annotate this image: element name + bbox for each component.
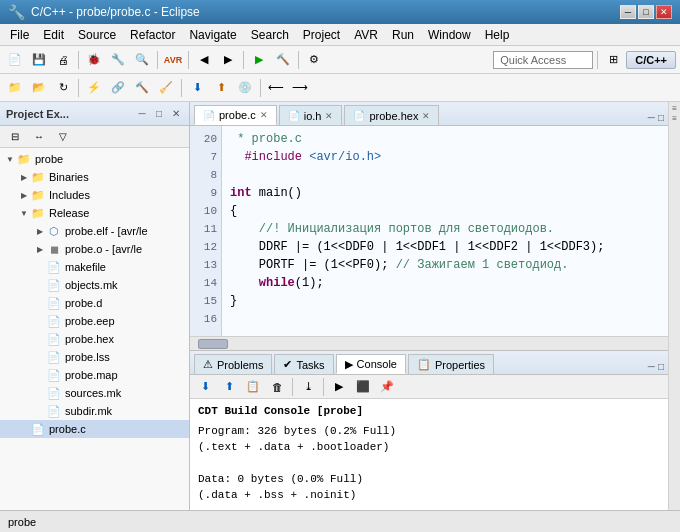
- tab-ioh-close[interactable]: ✕: [325, 111, 333, 121]
- menu-source[interactable]: Source: [72, 26, 122, 44]
- title-bar: 🔧 C/C++ - probe/probe.c - Eclipse ─ □ ✕: [0, 0, 680, 24]
- run-button[interactable]: ▶: [248, 49, 270, 71]
- tree-item-probe-o[interactable]: ▶ ◼ probe.o - [avr/le: [0, 240, 189, 258]
- open-button[interactable]: 📂: [28, 77, 50, 99]
- close-button[interactable]: ✕: [656, 5, 672, 19]
- editor-hscroll[interactable]: [190, 336, 668, 350]
- tab-probec-close[interactable]: ✕: [260, 110, 268, 120]
- tools-button[interactable]: 🔧: [107, 49, 129, 71]
- probeeep-label: probe.eep: [65, 315, 115, 327]
- tree-item-probemap[interactable]: ▶ 📄 probe.map: [0, 366, 189, 384]
- forward-button[interactable]: ▶: [217, 49, 239, 71]
- console-up-btn[interactable]: ⬆: [218, 376, 240, 398]
- minimize-button[interactable]: ─: [620, 5, 636, 19]
- menu-search[interactable]: Search: [245, 26, 295, 44]
- editor-maximize-icon[interactable]: □: [658, 112, 664, 123]
- console-clear-btn[interactable]: 🗑: [266, 376, 288, 398]
- tree-item-subdirmk[interactable]: ▶ 📄 subdir.mk: [0, 402, 189, 420]
- bottom-maximize-icon[interactable]: □: [658, 361, 664, 372]
- tree-item-binaries[interactable]: ▶ 📁 Binaries: [0, 168, 189, 186]
- tab-console[interactable]: ▶ Console: [336, 354, 406, 374]
- link-editor-button[interactable]: ↔: [28, 126, 50, 148]
- tab-problems[interactable]: ⚠ Problems: [194, 354, 272, 374]
- tree-item-probe[interactable]: ▼ 📁 probe: [0, 150, 189, 168]
- menu-edit[interactable]: Edit: [37, 26, 70, 44]
- compile-button[interactable]: ⚡: [83, 77, 105, 99]
- tree-item-probehex[interactable]: ▶ 📄 probe.hex: [0, 330, 189, 348]
- tab-properties[interactable]: 📋 Properties: [408, 354, 494, 374]
- tree-item-probelss[interactable]: ▶ 📄 probe.lss: [0, 348, 189, 366]
- tree-item-probe-elf[interactable]: ▶ ⬡ probe.elf - [avr/le: [0, 222, 189, 240]
- line-numbers: 20 7 8 9 10 11 12 13 14 15 16: [190, 126, 222, 336]
- perspective-button[interactable]: ⊞: [602, 49, 624, 71]
- menu-window[interactable]: Window: [422, 26, 477, 44]
- menu-run[interactable]: Run: [386, 26, 420, 44]
- console-copy-btn[interactable]: 📋: [242, 376, 264, 398]
- editor-tabs: 📄 probe.c ✕ 📄 io.h ✕ 📄 probe.hex ✕ ─ □: [190, 102, 668, 126]
- chip-button[interactable]: 💿: [234, 77, 256, 99]
- build-button[interactable]: 🔨: [272, 49, 294, 71]
- menu-project[interactable]: Project: [297, 26, 346, 44]
- hscroll-thumb[interactable]: [198, 339, 228, 349]
- tab-probehex-label: probe.hex: [369, 110, 418, 122]
- tree-item-objectsmk[interactable]: ▶ 📄 objects.mk: [0, 276, 189, 294]
- console-launch-btn[interactable]: ▶: [328, 376, 350, 398]
- search-toolbar-button[interactable]: 🔍: [131, 49, 153, 71]
- refresh-button[interactable]: ↻: [52, 77, 74, 99]
- tree-item-probeeep[interactable]: ▶ 📄 probe.eep: [0, 312, 189, 330]
- save-button[interactable]: 💾: [28, 49, 50, 71]
- probemap-label: probe.map: [65, 369, 118, 381]
- bottom-minimize-icon[interactable]: ─: [648, 361, 655, 372]
- make-button[interactable]: 🔨: [131, 77, 153, 99]
- download-button[interactable]: ⬇: [186, 77, 208, 99]
- nav-prev-button[interactable]: ⟵: [265, 77, 287, 99]
- upload-button[interactable]: ⬆: [210, 77, 232, 99]
- console-stop-btn[interactable]: ⬛: [352, 376, 374, 398]
- console-down-btn[interactable]: ⬇: [194, 376, 216, 398]
- editor-minimize-icon[interactable]: ─: [648, 112, 655, 123]
- gutter-icon-2: ≡: [670, 114, 680, 124]
- tree-item-sourcesmk[interactable]: ▶ 📄 sources.mk: [0, 384, 189, 402]
- binaries-icon: 📁: [30, 169, 46, 185]
- tree-item-release[interactable]: ▼ 📁 Release: [0, 204, 189, 222]
- title-bar-left: 🔧 C/C++ - probe/probe.c - Eclipse: [8, 4, 200, 20]
- code-text[interactable]: * probe.c #include <avr/io.h> int main()…: [222, 126, 668, 336]
- app-icon: 🔧: [8, 4, 25, 20]
- toolbar-row-1: 📄 💾 🖨 🐞 🔧 🔍 AVR ◀ ▶ ▶ 🔨 ⚙ Quick Access ⊞…: [0, 46, 680, 74]
- nav-next-button[interactable]: ⟶: [289, 77, 311, 99]
- tab-tasks[interactable]: ✔ Tasks: [274, 354, 333, 374]
- tab-ioh[interactable]: 📄 io.h ✕: [279, 105, 343, 125]
- maximize-button[interactable]: □: [638, 5, 654, 19]
- menu-navigate[interactable]: Navigate: [183, 26, 242, 44]
- settings-button[interactable]: ⚙: [303, 49, 325, 71]
- console-scroll-end-btn[interactable]: ⤓: [297, 376, 319, 398]
- print-button[interactable]: 🖨: [52, 49, 74, 71]
- quick-access-input[interactable]: Quick Access: [493, 51, 593, 69]
- collapse-all-button[interactable]: ⊟: [4, 126, 26, 148]
- sidebar-minimize-icon[interactable]: ─: [135, 107, 149, 121]
- tree-item-probec[interactable]: ▶ 📄 probe.c: [0, 420, 189, 438]
- new-button[interactable]: 📄: [4, 49, 26, 71]
- sidebar-menu-button[interactable]: ▽: [52, 126, 74, 148]
- link-button[interactable]: 🔗: [107, 77, 129, 99]
- new2-button[interactable]: 📁: [4, 77, 26, 99]
- tree-item-probed[interactable]: ▶ 📄 probe.d: [0, 294, 189, 312]
- menu-help[interactable]: Help: [479, 26, 516, 44]
- menu-file[interactable]: File: [4, 26, 35, 44]
- code-editor[interactable]: 20 7 8 9 10 11 12 13 14 15 16 * probe.c …: [190, 126, 668, 336]
- avr-button[interactable]: AVR: [162, 49, 184, 71]
- menu-avr[interactable]: AVR: [348, 26, 384, 44]
- clean-button[interactable]: 🧹: [155, 77, 177, 99]
- tree-item-makefile[interactable]: ▶ 📄 makefile: [0, 258, 189, 276]
- back-button[interactable]: ◀: [193, 49, 215, 71]
- tab-probehex-close[interactable]: ✕: [422, 111, 430, 121]
- menu-refactor[interactable]: Refactor: [124, 26, 181, 44]
- debug-button[interactable]: 🐞: [83, 49, 105, 71]
- tab-probehex[interactable]: 📄 probe.hex ✕: [344, 105, 439, 125]
- sidebar-close-icon[interactable]: ✕: [169, 107, 183, 121]
- obj-label: probe.o - [avr/le: [65, 243, 142, 255]
- tab-probec[interactable]: 📄 probe.c ✕: [194, 105, 277, 125]
- tree-item-includes[interactable]: ▶ 📁 Includes: [0, 186, 189, 204]
- console-pin-btn[interactable]: 📌: [376, 376, 398, 398]
- sidebar-maximize-icon[interactable]: □: [152, 107, 166, 121]
